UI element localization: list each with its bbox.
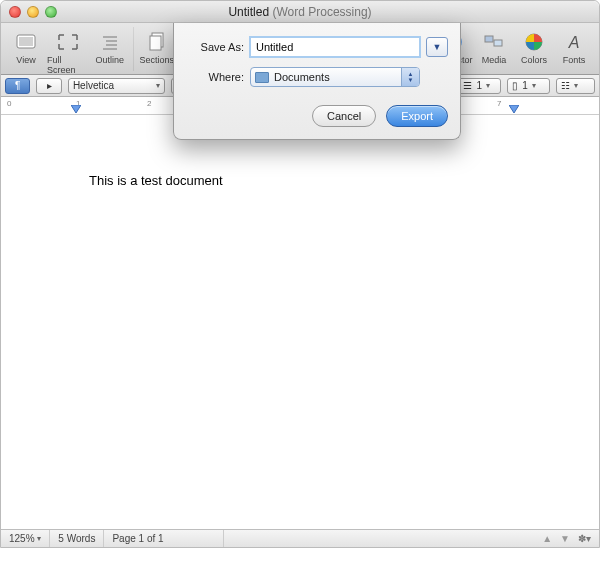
title-main: Untitled [228, 5, 269, 19]
drawer-icon: ▸ [47, 80, 52, 91]
app-window: Untitled (Word Processing) View Full Scr… [0, 0, 600, 548]
fonts-button[interactable]: A Fonts [555, 27, 593, 65]
svg-marker-27 [71, 105, 81, 113]
svg-rect-23 [485, 36, 493, 42]
outline-button[interactable]: Outline [91, 27, 129, 65]
folder-icon [255, 72, 269, 83]
nav-up-icon[interactable]: ▲ [542, 533, 552, 544]
zoom-control[interactable]: 125% ▾ [1, 530, 50, 547]
style-drawer-button[interactable]: ▸ [36, 78, 61, 94]
line-spacing-dropdown[interactable]: ☰ 1 ▾ [458, 78, 501, 94]
svg-text:A: A [568, 34, 580, 51]
sections-button[interactable]: Sections [138, 27, 176, 65]
updown-icon: ▲▼ [401, 68, 419, 86]
list-icon: ☷ [561, 80, 570, 91]
line-spacing-icon: ☰ [463, 80, 472, 91]
window-title: Untitled (Word Processing) [228, 5, 371, 19]
save-as-input[interactable] [250, 37, 420, 57]
chevron-down-icon: ▾ [37, 534, 41, 543]
view-button[interactable]: View [7, 27, 45, 65]
triangle-down-icon: ▼ [433, 42, 442, 52]
svg-marker-28 [509, 105, 519, 113]
sections-icon [143, 29, 171, 55]
view-icon [12, 29, 40, 55]
chevron-down-icon: ▾ [156, 81, 160, 90]
cancel-button[interactable]: Cancel [312, 105, 376, 127]
save-as-label: Save As: [186, 41, 244, 53]
title-secondary: (Word Processing) [272, 5, 371, 19]
left-margin-marker[interactable] [71, 105, 81, 115]
page-indicator[interactable]: Page 1 of 1 [104, 530, 224, 547]
nav-down-icon[interactable]: ▼ [560, 533, 570, 544]
paragraph-style-button[interactable]: ¶ [5, 78, 30, 94]
close-icon[interactable] [9, 6, 21, 18]
chevron-down-icon: ▾ [486, 81, 490, 90]
list-style-dropdown[interactable]: ☷ ▾ [556, 78, 595, 94]
export-sheet: Save As: ▼ Where: Documents ▲▼ Cancel Ex… [173, 23, 461, 140]
font-dropdown[interactable]: Helvetica ▾ [68, 78, 165, 94]
export-button[interactable]: Export [386, 105, 448, 127]
window-controls [9, 6, 57, 18]
body-text: This is a test document [89, 173, 223, 188]
svg-rect-1 [19, 37, 33, 46]
media-button[interactable]: Media [475, 27, 513, 65]
where-dropdown[interactable]: Documents ▲▼ [250, 67, 420, 87]
gear-icon[interactable]: ✽▾ [578, 533, 591, 544]
toolbar-divider [133, 27, 134, 71]
status-bar: 125% ▾ 5 Words Page 1 of 1 ▲ ▼ ✽▾ [1, 529, 599, 547]
svg-rect-24 [494, 40, 502, 46]
right-margin-marker[interactable] [509, 105, 519, 115]
where-value: Documents [274, 71, 330, 83]
colors-icon [520, 29, 548, 55]
chevron-down-icon: ▾ [574, 81, 578, 90]
disclosure-button[interactable]: ▼ [426, 37, 448, 57]
outline-icon [96, 29, 124, 55]
columns-dropdown[interactable]: ▯ 1 ▾ [507, 78, 550, 94]
columns-icon: ▯ [512, 80, 518, 91]
word-count: 5 Words [50, 530, 104, 547]
colors-button[interactable]: Colors [515, 27, 553, 65]
svg-rect-7 [150, 36, 161, 50]
minimize-icon[interactable] [27, 6, 39, 18]
fullscreen-button[interactable]: Full Screen [47, 27, 89, 75]
where-label: Where: [186, 71, 244, 83]
font-name: Helvetica [73, 80, 114, 91]
media-icon [480, 29, 508, 55]
zoom-icon[interactable] [45, 6, 57, 18]
chevron-down-icon: ▾ [532, 81, 536, 90]
fonts-icon: A [560, 29, 588, 55]
fullscreen-icon [54, 29, 82, 55]
titlebar: Untitled (Word Processing) [1, 1, 599, 23]
document-area[interactable]: This is a test document [1, 117, 599, 529]
